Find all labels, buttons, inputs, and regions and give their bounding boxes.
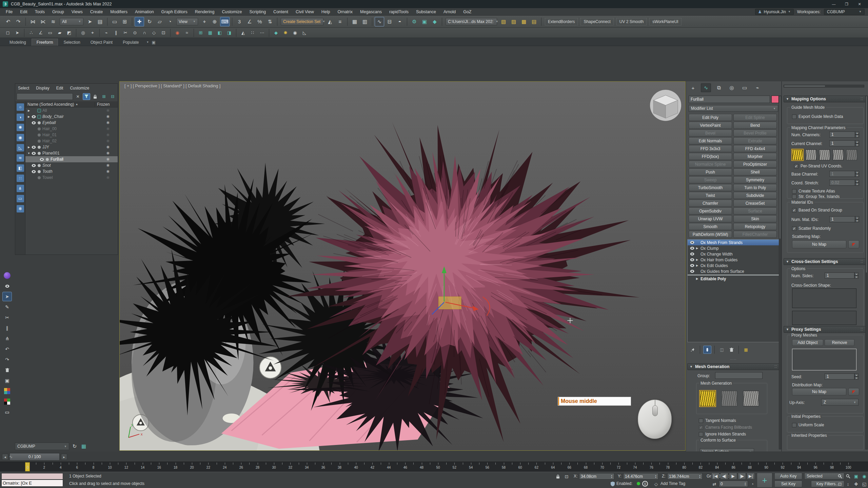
explorer-row-body-chair[interactable]: ▶Body_Chair✻ bbox=[25, 114, 118, 120]
scrollbar-thumb[interactable] bbox=[784, 85, 825, 87]
explorer-menu-edit[interactable]: Edit bbox=[56, 86, 63, 90]
maximize-button[interactable]: ❐ bbox=[841, 1, 852, 7]
minimize-button[interactable]: — bbox=[828, 1, 840, 7]
vertex-mode-icon[interactable]: ∴ bbox=[27, 29, 36, 37]
stack-item-ox-mesh-from-strands[interactable]: Ox Mesh From Strands bbox=[688, 240, 779, 245]
spacing-tool-icon[interactable]: ⋯ bbox=[258, 29, 267, 37]
material-editor-icon[interactable]: ◓ bbox=[395, 17, 405, 26]
checkbox-camera-facing-billboards[interactable]: ✓Camera Facing Billboards bbox=[699, 425, 752, 430]
modifier-button-smooth[interactable]: Smooth bbox=[689, 223, 732, 230]
window-crossing-icon[interactable]: ⊞ bbox=[120, 17, 130, 26]
zoom-region-icon[interactable]: ⊡ bbox=[836, 481, 844, 487]
tab-populate[interactable]: Populate bbox=[118, 39, 143, 46]
modify-tab-icon[interactable]: ∿ bbox=[701, 83, 711, 92]
modifier-button-push[interactable]: Push bbox=[689, 168, 732, 176]
rollout-mesh-generation[interactable]: ▼Mesh Generation⁚⁚ bbox=[687, 363, 780, 370]
brush-tool-icon[interactable]: ✎ bbox=[2, 302, 12, 312]
explorer-column-headers[interactable]: Name (Sorted Ascending) ▲ Frozen bbox=[25, 101, 118, 107]
palette-icon[interactable] bbox=[2, 386, 12, 396]
menu-create[interactable]: Create bbox=[86, 8, 107, 16]
comb-tool-icon[interactable]: ∥ bbox=[2, 323, 12, 333]
modifier-button-twist[interactable]: Twist bbox=[689, 192, 732, 199]
grid-snap-icon[interactable]: ⊞ bbox=[196, 29, 205, 37]
use-pivot-point-icon[interactable]: ⌖ bbox=[200, 17, 209, 26]
pivot-center-icon[interactable]: ⌖ bbox=[88, 29, 97, 37]
display-tab-icon[interactable]: ▭ bbox=[739, 83, 750, 92]
close-button[interactable]: ✕ bbox=[854, 1, 865, 7]
clear-search-icon[interactable]: ✕ bbox=[74, 93, 82, 100]
explorer-row-furball[interactable]: FurBall✻ bbox=[25, 156, 118, 162]
ornatrix-logo-icon[interactable] bbox=[2, 271, 12, 280]
stack-item-ox-hair-from-guides[interactable]: ▶Ox Hair from Guides bbox=[688, 257, 779, 263]
hierarchy-tab-icon[interactable]: ⧉ bbox=[714, 83, 724, 92]
object-name[interactable]: Tooth bbox=[42, 169, 53, 174]
filter-frozen-icon[interactable]: ✻ bbox=[17, 205, 24, 212]
checkbox-export-guide-mesh-data[interactable]: Export Guide Mesh Data bbox=[792, 114, 843, 119]
zoom-icon[interactable] bbox=[836, 473, 844, 480]
object-color-swatch[interactable] bbox=[771, 96, 779, 103]
rendered-frame-window-icon[interactable]: ▣ bbox=[420, 17, 429, 26]
helper-create-icon[interactable]: ◺ bbox=[300, 29, 309, 37]
spinner-arrows[interactable]: ▲▼ bbox=[855, 171, 859, 177]
element-mode-icon[interactable]: ◩ bbox=[65, 29, 74, 37]
modifier-button-ffd-4x4x4[interactable]: FFD 4x4x4 bbox=[733, 145, 777, 152]
uv-2-smooth-button[interactable]: UV 2 Smooth bbox=[616, 18, 647, 25]
light-toggle-icon[interactable]: ✺ bbox=[281, 29, 290, 37]
expand-arrow-icon[interactable]: ▶ bbox=[27, 115, 31, 118]
modifier-button-morpher[interactable]: Morpher bbox=[733, 153, 777, 160]
unlink-selection-icon[interactable]: ⋉ bbox=[38, 17, 48, 26]
tab-selection[interactable]: Selection bbox=[59, 39, 85, 46]
bevel-tool-icon[interactable]: ◇ bbox=[150, 29, 158, 37]
copy-strip-icon[interactable]: ▣ bbox=[2, 376, 12, 385]
time-slider[interactable]: 0 / 100 bbox=[9, 453, 60, 461]
rollout-cross-section-settings[interactable]: ▼Cross-Section Settings⁚⁚ bbox=[784, 258, 866, 265]
time-configuration-icon[interactable]: ◔ bbox=[749, 481, 756, 487]
visibility-eye-icon[interactable] bbox=[39, 158, 44, 161]
spinner-arrows[interactable]: ▲▼ bbox=[855, 131, 859, 138]
group-name-field[interactable] bbox=[715, 372, 763, 379]
modifier-button-bend[interactable]: Bend bbox=[733, 122, 777, 129]
select-and-link-icon[interactable]: ⋈ bbox=[28, 17, 38, 26]
stack-item-ox-change-width[interactable]: Ox Change Width bbox=[688, 251, 779, 257]
chevron-down-icon[interactable]: ▼ bbox=[146, 41, 149, 44]
collapse-all-icon[interactable]: ⊟ bbox=[109, 93, 116, 100]
align-icon[interactable]: ≡ bbox=[335, 17, 345, 26]
object-name[interactable]: Snot bbox=[42, 163, 51, 168]
isolate-selection-icon[interactable]: ◻ bbox=[3, 29, 12, 37]
menu-civil-view[interactable]: Civil View bbox=[292, 8, 318, 16]
snaps-toggle-3d-icon[interactable]: 3 bbox=[235, 17, 244, 26]
frozen-toggle-icon[interactable]: ✻ bbox=[106, 157, 110, 162]
base-channel-spinner[interactable]: 1▲▼ bbox=[829, 171, 859, 177]
project-path-dropdown[interactable]: C:\Users\JI...ds Max 202:▼ bbox=[446, 18, 497, 25]
stack-expand-icon[interactable]: ▶ bbox=[696, 258, 699, 261]
rgb-swatch-icon[interactable] bbox=[2, 397, 12, 406]
scattering-map-button[interactable]: No Map bbox=[792, 240, 846, 248]
undo-icon[interactable]: ↶ bbox=[3, 17, 13, 26]
stack-eye-icon[interactable] bbox=[689, 241, 695, 244]
rollout-proxy-settings[interactable]: ▼Proxy Settings⁚⁚ bbox=[784, 326, 866, 333]
explorer-row-all[interactable]: ▶All✻ bbox=[25, 107, 118, 114]
soft-selection-icon[interactable]: ◎ bbox=[79, 29, 87, 37]
frozen-toggle-icon[interactable]: ✻ bbox=[106, 163, 110, 168]
relax-tool-icon[interactable]: ≈ bbox=[182, 29, 191, 37]
zoom-extents-selected-icon[interactable]: ▣ bbox=[852, 473, 860, 480]
maximize-viewport-toggle-icon[interactable]: ◱ bbox=[861, 481, 868, 487]
object-name[interactable]: Plane001 bbox=[42, 151, 60, 156]
explorer-row-plane001[interactable]: ▼Plane001✻ bbox=[25, 150, 118, 156]
stack-item-ox-clump[interactable]: ▶Ox Clump bbox=[688, 245, 779, 251]
timeline-ruler[interactable]: ∿ 02468101214161820222426283032343638404… bbox=[0, 462, 868, 472]
select-and-rotate-icon[interactable]: ↻ bbox=[145, 17, 154, 26]
checkbox-uniform-scale[interactable]: Uniform Scale bbox=[792, 423, 824, 427]
work-plane-button[interactable]: sWorkPlaneUI bbox=[649, 18, 681, 25]
absolute-mode-icon[interactable]: ⊡ bbox=[563, 473, 570, 480]
frozen-toggle-icon[interactable]: ✻ bbox=[106, 121, 110, 125]
filter-helpers-icon[interactable]: ◺ bbox=[17, 144, 24, 151]
expand-arrow-icon[interactable]: ▼ bbox=[27, 152, 31, 155]
object-name[interactable]: Hair_02 bbox=[42, 139, 57, 143]
expand-all-icon[interactable]: ⊞ bbox=[100, 93, 108, 100]
weld-icon[interactable]: ⊙ bbox=[131, 29, 139, 37]
menu-views[interactable]: Views bbox=[68, 8, 86, 16]
spinner-arrows[interactable]: ▲▼ bbox=[854, 272, 859, 279]
scattering-map-type-icon[interactable]: ◤ bbox=[848, 240, 859, 248]
bridge-icon[interactable]: ∩ bbox=[140, 29, 149, 37]
